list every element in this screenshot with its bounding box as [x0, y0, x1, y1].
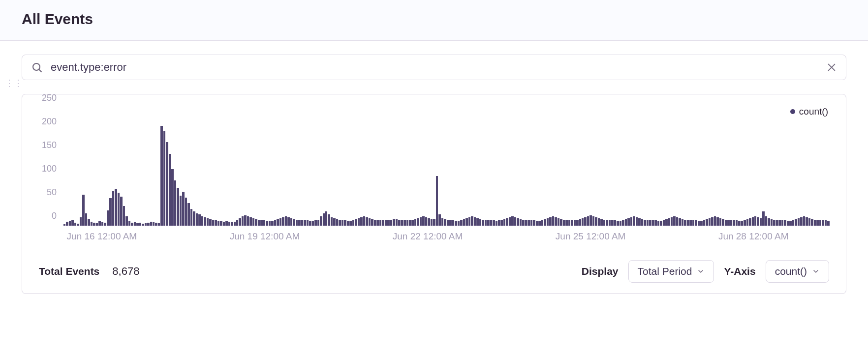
chart-bar[interactable]: [217, 221, 219, 226]
chart-bar[interactable]: [441, 218, 443, 226]
chart-bar[interactable]: [506, 218, 508, 226]
chart-bar[interactable]: [571, 220, 573, 226]
chart-bar[interactable]: [212, 220, 214, 226]
chart-bar[interactable]: [120, 197, 122, 226]
chart-bar[interactable]: [714, 216, 716, 226]
chart-bar[interactable]: [558, 218, 559, 226]
chart-bar[interactable]: [654, 220, 656, 226]
chart-bar[interactable]: [522, 220, 524, 226]
chart-bar[interactable]: [789, 221, 791, 226]
chart-bar[interactable]: [749, 218, 751, 226]
chart-bar[interactable]: [258, 220, 260, 226]
chart-bar[interactable]: [787, 221, 789, 226]
chart-bar[interactable]: [371, 219, 373, 226]
chart-bar[interactable]: [298, 220, 300, 226]
chart-bar[interactable]: [819, 220, 821, 226]
chart-bar[interactable]: [579, 219, 581, 226]
chart-bar[interactable]: [538, 221, 540, 226]
chart-bar[interactable]: [808, 218, 810, 226]
chart-bar[interactable]: [768, 218, 770, 226]
chart-bar[interactable]: [800, 217, 802, 226]
chart-bar[interactable]: [444, 219, 446, 226]
chart-bar[interactable]: [104, 223, 106, 226]
chart-bar[interactable]: [277, 219, 279, 226]
chart-bar[interactable]: [547, 218, 549, 226]
chart-bar[interactable]: [514, 217, 516, 226]
chart-bar[interactable]: [620, 221, 621, 226]
chart-bar[interactable]: [398, 220, 400, 226]
search-input[interactable]: [51, 61, 818, 74]
chart-bar[interactable]: [376, 220, 378, 226]
chart-bar[interactable]: [671, 217, 673, 226]
chart-bar[interactable]: [414, 219, 416, 226]
chart-bar[interactable]: [366, 217, 368, 226]
chart-bar[interactable]: [174, 180, 176, 226]
clear-icon[interactable]: [826, 62, 837, 73]
chart-bar[interactable]: [458, 221, 460, 226]
chart-bar[interactable]: [525, 220, 527, 226]
chart-bar[interactable]: [496, 221, 497, 226]
chart-bar[interactable]: [576, 220, 578, 226]
chart-bar[interactable]: [611, 220, 613, 226]
chart-bar[interactable]: [142, 224, 144, 226]
chart-bar[interactable]: [312, 221, 314, 226]
chart-bar[interactable]: [487, 220, 489, 226]
chart-bar[interactable]: [339, 220, 341, 226]
chart-bar[interactable]: [711, 217, 713, 226]
chart-bar[interactable]: [660, 221, 662, 226]
chart-bar[interactable]: [738, 221, 740, 226]
chart-bar[interactable]: [169, 154, 171, 226]
chart-bar[interactable]: [420, 217, 422, 226]
chart-bar[interactable]: [692, 220, 694, 226]
chart-bar[interactable]: [282, 217, 284, 226]
chart-bar[interactable]: [204, 217, 206, 226]
chart-bar[interactable]: [606, 220, 608, 226]
chart-bar[interactable]: [603, 220, 605, 226]
chart-bar[interactable]: [328, 214, 330, 226]
chart-bar[interactable]: [107, 210, 109, 226]
chart-bar[interactable]: [589, 215, 591, 226]
chart-bar[interactable]: [498, 220, 500, 226]
chart-bar[interactable]: [166, 142, 168, 226]
chart-bar[interactable]: [617, 221, 619, 226]
chart-bar[interactable]: [63, 224, 65, 226]
chart-bar[interactable]: [91, 222, 93, 226]
chart-bar[interactable]: [401, 220, 403, 226]
chart-bar[interactable]: [752, 217, 754, 226]
chart-bar[interactable]: [347, 221, 349, 226]
chart-bar[interactable]: [644, 220, 646, 226]
chart-bar[interactable]: [115, 189, 117, 226]
chart-bar[interactable]: [568, 220, 570, 226]
chart-bar[interactable]: [336, 219, 338, 226]
chart-bar[interactable]: [592, 216, 594, 226]
chart-bar[interactable]: [727, 220, 729, 226]
chart-bar[interactable]: [622, 220, 624, 226]
chart-bar[interactable]: [795, 219, 797, 226]
chart-plot[interactable]: 050100150200250: [63, 103, 830, 226]
chart-bar[interactable]: [66, 222, 68, 226]
chart-bar[interactable]: [689, 220, 691, 226]
chart-bar[interactable]: [574, 220, 576, 226]
chart-bar[interactable]: [249, 217, 251, 226]
chart-bar[interactable]: [563, 220, 565, 226]
chart-bar[interactable]: [760, 218, 762, 226]
chart-bar[interactable]: [369, 218, 371, 226]
chart-bar[interactable]: [323, 213, 325, 226]
chart-bar[interactable]: [228, 222, 230, 226]
chart-bar[interactable]: [582, 218, 584, 226]
chart-bar[interactable]: [527, 220, 529, 226]
chart-bar[interactable]: [647, 220, 649, 226]
chart-bar[interactable]: [638, 218, 640, 226]
chart-bar[interactable]: [271, 221, 273, 226]
chart-bar[interactable]: [781, 220, 783, 226]
chart-bar[interactable]: [123, 206, 125, 226]
chart-bar[interactable]: [822, 220, 824, 226]
chart-bar[interactable]: [555, 217, 557, 226]
chart-bar[interactable]: [792, 220, 794, 226]
chart-bar[interactable]: [314, 220, 316, 226]
chart-bar[interactable]: [668, 218, 670, 226]
chart-bar[interactable]: [595, 217, 597, 226]
chart-bar[interactable]: [509, 217, 511, 226]
chart-bar[interactable]: [252, 218, 254, 226]
chart-bar[interactable]: [503, 219, 505, 226]
